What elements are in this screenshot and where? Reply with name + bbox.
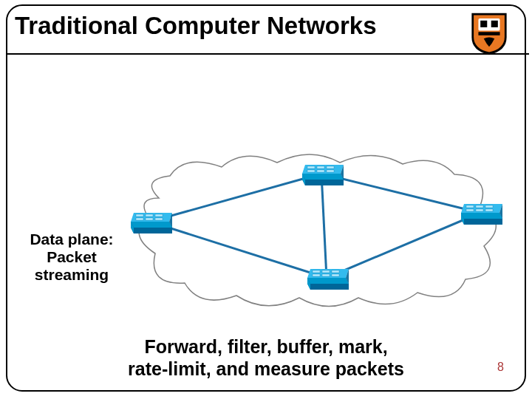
svg-rect-14 <box>327 170 334 172</box>
label-line: streaming <box>16 266 127 284</box>
label-line: Packet <box>16 248 127 266</box>
svg-line-5 <box>321 174 327 278</box>
svg-rect-16 <box>146 214 153 216</box>
svg-line-6 <box>321 174 480 213</box>
svg-rect-30 <box>466 209 474 211</box>
svg-rect-10 <box>317 166 324 168</box>
slide-title: Traditional Computer Networks <box>15 12 377 40</box>
svg-rect-24 <box>313 274 320 276</box>
svg-rect-31 <box>476 209 483 211</box>
data-plane-label: Data plane: Packet streaming <box>16 231 127 284</box>
caption-line: Forward, filter, buffer, mark, <box>7 335 525 358</box>
svg-rect-32 <box>485 209 493 211</box>
svg-rect-18 <box>136 218 143 220</box>
svg-rect-11 <box>327 166 334 168</box>
switch-icon <box>131 213 172 233</box>
svg-rect-15 <box>136 214 143 216</box>
slide-frame: Traditional Computer Networks <box>6 4 526 392</box>
caption-line: rate-limit, and measure packets <box>7 358 525 380</box>
label-line: Data plane: <box>16 231 127 248</box>
svg-rect-9 <box>307 166 315 168</box>
svg-rect-2 <box>491 21 498 27</box>
page-number: 8 <box>497 361 504 374</box>
svg-rect-13 <box>317 170 324 172</box>
svg-line-7 <box>150 222 327 278</box>
title-divider <box>6 53 529 55</box>
svg-rect-29 <box>485 205 493 208</box>
svg-rect-20 <box>155 218 163 220</box>
switch-icon <box>307 269 349 290</box>
network-links <box>150 174 480 278</box>
svg-rect-12 <box>307 170 315 172</box>
princeton-logo <box>467 12 511 56</box>
svg-rect-3 <box>478 32 499 35</box>
svg-rect-17 <box>155 214 163 216</box>
svg-rect-19 <box>146 218 153 220</box>
svg-rect-26 <box>332 274 339 276</box>
switch-icon <box>461 204 502 225</box>
svg-rect-22 <box>322 270 330 273</box>
svg-rect-27 <box>466 205 474 208</box>
svg-rect-28 <box>476 205 483 208</box>
svg-rect-1 <box>480 21 487 27</box>
bottom-caption: Forward, filter, buffer, mark, rate-limi… <box>7 335 525 380</box>
svg-line-8 <box>327 213 480 278</box>
switch-icon <box>302 165 344 185</box>
network-diagram <box>118 154 502 324</box>
svg-rect-21 <box>313 270 320 273</box>
svg-rect-23 <box>332 270 339 273</box>
svg-rect-25 <box>322 274 330 276</box>
svg-line-4 <box>150 174 321 222</box>
